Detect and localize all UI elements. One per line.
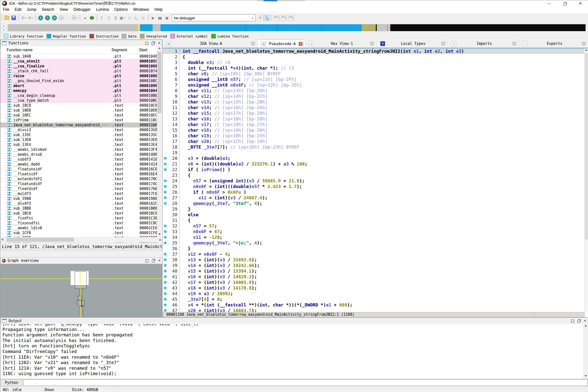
address-dot-icon[interactable] xyxy=(164,196,167,199)
menu-item-options[interactable]: Options xyxy=(111,6,130,12)
tab-close-icon[interactable]: × xyxy=(370,42,374,46)
panel-close-icon[interactable]: ✕ xyxy=(158,259,161,262)
function-row[interactable]: fsub_10EC.text000010EC xyxy=(0,113,157,118)
toolbar-grip[interactable] xyxy=(18,15,19,21)
segments-button[interactable]: ▦▼ xyxy=(120,15,125,21)
forward-button[interactable]: ⚲▼ xyxy=(28,15,33,21)
function-row[interactable]: f__floatundidf.text0000174C xyxy=(0,182,157,186)
panel-close-icon[interactable]: ✕ xyxy=(584,319,586,323)
address-dot-icon[interactable] xyxy=(164,304,167,306)
function-row[interactable]: fsub_1BC0.text00001BC0 xyxy=(0,211,157,216)
debug-pause-button[interactable]: ▮▮ xyxy=(157,15,163,21)
python-input[interactable] xyxy=(23,380,588,386)
code-line[interactable]: 26 if ( n0x6F > 0x6Fu ) xyxy=(163,189,585,195)
breakpoint-list-icon[interactable] xyxy=(274,16,280,20)
function-row[interactable]: f__aeabi_idivmod.text000013F4 xyxy=(0,147,157,152)
function-row[interactable]: fsub_10C8.text000010C8 xyxy=(0,103,157,108)
function-row[interactable]: fsub_13E0.text000013E0 xyxy=(0,137,157,142)
back-button[interactable]: ⚲▼ xyxy=(21,15,27,21)
toolbar-grip[interactable] xyxy=(35,15,36,21)
scrollbar-thumb[interactable] xyxy=(6,238,74,242)
tab-close-icon[interactable]: × xyxy=(441,42,445,46)
output-log[interactable]: [hrt] 12E4: set gast 'q_memcpy' type 'vo… xyxy=(0,324,584,379)
function-row[interactable]: f__aeabi_dadd.text00001414 xyxy=(0,162,157,167)
code-line[interactable]: 30 else xyxy=(163,212,585,218)
address-dot-icon[interactable] xyxy=(164,236,167,238)
band-segment[interactable] xyxy=(322,24,362,31)
code-line[interactable]: 44 v19 = a3 / 20992; xyxy=(163,291,585,296)
trace-list-icon[interactable] xyxy=(288,16,294,20)
tab-pseudocode-a[interactable]: ▤Pseudocode-A× xyxy=(258,40,305,48)
panel-float-icon[interactable] xyxy=(152,259,155,262)
panel-float-icon[interactable] xyxy=(578,319,580,323)
code-line[interactable]: 16 char v19; // [sp+1Bh] [bp-25h] xyxy=(163,133,585,138)
code-line[interactable]: 35 qmemcpy(_3te7, "=jo;", 4); xyxy=(163,240,585,246)
function-row[interactable]: f__floatsidf.text000016E4 xyxy=(0,172,157,176)
code-line[interactable]: 38 v13 = (int)(v3 / 31693.8); xyxy=(163,257,585,262)
code-line[interactable]: 18 _BYTE _3te7[7]; // [sp+1Dh] [bp-23h] … xyxy=(163,144,585,150)
code-line[interactable]: 25 n0x6F = (int)((double)n57 * 2.423 + 1… xyxy=(163,184,585,189)
menu-item-file[interactable]: File xyxy=(0,6,12,12)
code-line[interactable]: 39 v14 = (int)(v3 / 19242.66); xyxy=(163,262,585,268)
band-segment[interactable] xyxy=(377,24,387,31)
address-dot-icon[interactable] xyxy=(164,270,167,272)
function-row[interactable]: f__cxa_begin_cleanup.plt000010B0 xyxy=(0,93,157,98)
tab-close-icon[interactable]: × xyxy=(512,42,516,46)
band-segment[interactable] xyxy=(362,24,376,31)
column-segment[interactable]: Segment xyxy=(111,48,127,52)
code-line[interactable]: 12 char v15; // [sp+17h] [bp-29h] xyxy=(163,110,585,116)
diamond-button[interactable]: ◇ xyxy=(140,15,146,21)
functions-horizontal-scrollbar[interactable] xyxy=(0,237,162,242)
code-line[interactable]: 42 v17 = (int)(v3 / 16003.8); xyxy=(163,280,585,285)
edit-shape-button[interactable]: ◺ xyxy=(133,15,139,21)
frame-button[interactable]: □ xyxy=(126,15,132,21)
code-line[interactable]: 8 char v11; // [sp+13h] [bp-2Dh] xyxy=(163,88,585,94)
menu-item-view[interactable]: View xyxy=(57,6,70,12)
function-row[interactable]: f__cxa_type_match.plt000010BC xyxy=(0,98,157,103)
code-line[interactable]: 28 qmemcpy(_3te7, "3te7", 4); xyxy=(163,200,585,206)
code-line[interactable]: 45 _3te7[4] = 0; xyxy=(163,296,585,302)
minimize-button[interactable]: — xyxy=(541,0,557,6)
function-row[interactable]: f__divsi3.text00001358 xyxy=(0,128,157,132)
code-line[interactable]: 34 v11 = -120; xyxy=(163,234,585,240)
code-line[interactable]: 33 n0x6F = 67; xyxy=(163,229,585,234)
graph-overview-canvas[interactable] xyxy=(0,264,162,317)
jump-next-button[interactable]: ↓ xyxy=(65,15,71,21)
address-dot-icon[interactable] xyxy=(164,157,167,160)
code-line[interactable]: 40 v15 = (int)(v3 / 15394.1); xyxy=(163,268,585,274)
code-line[interactable]: 37 v12 = n0x6F - 4; xyxy=(163,251,585,257)
code-line[interactable]: 15 char v18; // [sp+1Ah] [bp-26h] xyxy=(163,127,585,133)
function-row[interactable]: f__floatdidf.text00001760 xyxy=(0,186,157,191)
code-line[interactable]: 2{ xyxy=(163,54,585,60)
restore-button[interactable] xyxy=(557,0,573,6)
tab-local-types[interactable]: 0Local Types× xyxy=(377,40,448,48)
menu-item-debugger[interactable]: Debugger xyxy=(71,6,93,12)
code-line[interactable]: 21 v8 = (int)((double)a3 / 323276.1) + a… xyxy=(163,161,585,167)
function-row[interactable]: f__extendsfdf2.text0000170C xyxy=(0,176,157,182)
panel-maximize-icon[interactable] xyxy=(571,319,574,323)
code-line[interactable]: 43 v18 = (int)(v3 / 14178.8); xyxy=(163,285,585,291)
tab-exports[interactable]: →Exports× xyxy=(519,40,588,48)
band-segment[interactable] xyxy=(8,24,138,31)
function-row[interactable]: f__gnu_Unwind_Find_exidx.plt0000108C xyxy=(0,78,157,83)
band-segment[interactable] xyxy=(278,24,321,31)
toolbar-grip[interactable] xyxy=(96,15,97,21)
code-line[interactable]: 47 v20 = (int)(v3 / 16663.7); xyxy=(163,308,585,312)
navigation-band[interactable] xyxy=(7,24,586,32)
tab-hex-view-1[interactable]: ↺Hex View-1× xyxy=(305,40,377,48)
scrollbar-thumb[interactable] xyxy=(585,53,588,240)
address-dot-icon[interactable] xyxy=(164,264,167,267)
code-line[interactable]: 20 v3 = (double)a3; xyxy=(163,156,585,161)
code-line[interactable]: 31 { xyxy=(163,218,585,223)
jump-address-button[interactable]: # xyxy=(38,15,44,21)
close-button[interactable]: ✕ xyxy=(573,0,588,6)
address-dot-icon[interactable] xyxy=(164,309,167,312)
address-dot-icon[interactable] xyxy=(164,298,167,300)
code-line[interactable]: 10 char v13; // [sp+15h] [bp-2Bh] xyxy=(163,99,585,105)
address-dot-icon[interactable] xyxy=(164,292,167,295)
address-dot-icon[interactable] xyxy=(164,281,167,284)
address-dot-icon[interactable] xyxy=(164,185,167,188)
tab-ida-view-a[interactable]: ▤IDA View-A× xyxy=(163,40,258,48)
function-row[interactable]: fsub_13E4.text000013E4 xyxy=(0,142,157,147)
save-button[interactable] xyxy=(11,15,17,21)
